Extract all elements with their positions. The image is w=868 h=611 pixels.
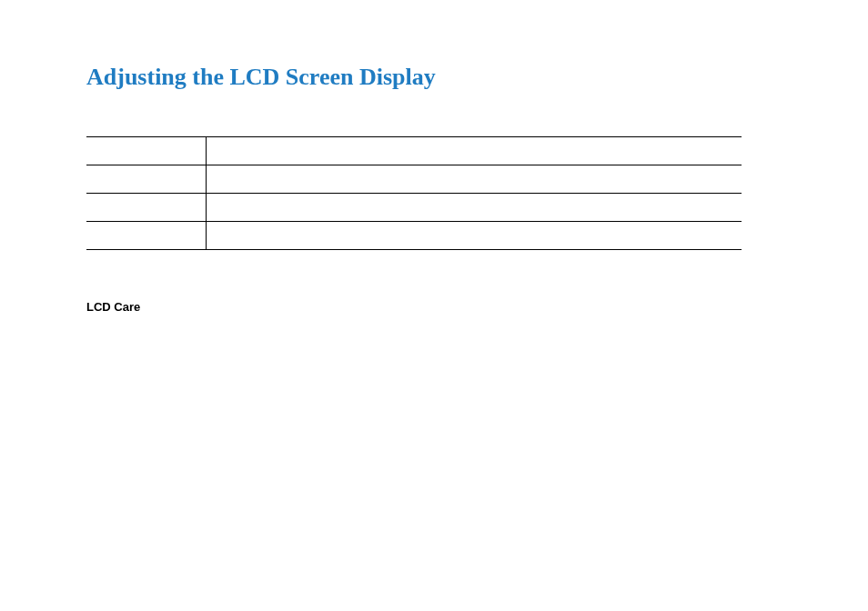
table-cell-right xyxy=(207,194,742,222)
table-cell-left xyxy=(86,137,207,165)
table-cell-left xyxy=(86,165,207,194)
table-cell-right xyxy=(207,165,742,194)
table-row xyxy=(86,194,742,222)
table-cell-left xyxy=(86,222,207,250)
table-row xyxy=(86,137,742,165)
table-cell-left xyxy=(86,194,207,222)
table-cell-right xyxy=(207,137,742,165)
section-heading: LCD Care xyxy=(86,300,795,314)
table-cell-right xyxy=(207,222,742,250)
table-row xyxy=(86,165,742,194)
page-title: Adjusting the LCD Screen Display xyxy=(86,64,795,91)
settings-table xyxy=(86,136,742,250)
table-row xyxy=(86,222,742,250)
document-page: Adjusting the LCD Screen Display LCD Car… xyxy=(0,0,868,314)
